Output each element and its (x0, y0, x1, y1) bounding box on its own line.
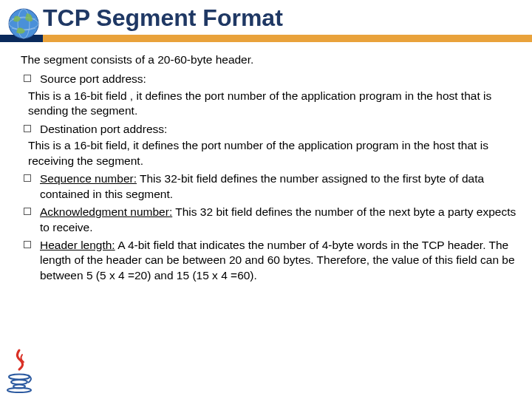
list-item: Sequence number: This 32-bit field defin… (21, 171, 523, 202)
list-item: Header length: A 4-bit field that indica… (21, 238, 523, 283)
svg-point-4 (11, 380, 27, 384)
bullet-box-icon (24, 208, 31, 215)
bullet-box-icon (24, 241, 31, 248)
bullet-box-icon (24, 75, 31, 82)
bullet-box-icon (24, 174, 31, 182)
slide-title: TCP Segment Format (43, 4, 532, 35)
intro-text: The segment consists of a 20-60-byte hea… (21, 52, 523, 67)
item-label: Acknowledgment number: (40, 205, 172, 218)
item-text: This is a 16-bit field , it defines the … (21, 89, 523, 119)
globe-icon (7, 7, 40, 40)
item-label: Source port address: (40, 72, 146, 85)
slide-body: The segment consists of a 20-60-byte hea… (0, 42, 532, 283)
slide-header: TCP Segment Format (0, 0, 532, 42)
bullet-box-icon (24, 125, 31, 132)
accent-bar (0, 35, 532, 42)
svg-point-6 (7, 388, 31, 392)
item-text: This is a 16-bit field, it defines the p… (21, 138, 523, 168)
item-label: Sequence number: (40, 172, 137, 185)
list-item: Destination port address: (21, 122, 523, 137)
svg-point-3 (9, 375, 30, 380)
java-logo-icon (4, 347, 34, 393)
item-label: Header length: (40, 239, 115, 251)
svg-point-0 (9, 9, 38, 38)
list-item: Source port address: (21, 72, 523, 86)
list-item: Acknowledgment number: This 32 bit field… (21, 205, 523, 235)
item-label: Destination port address: (40, 123, 167, 135)
